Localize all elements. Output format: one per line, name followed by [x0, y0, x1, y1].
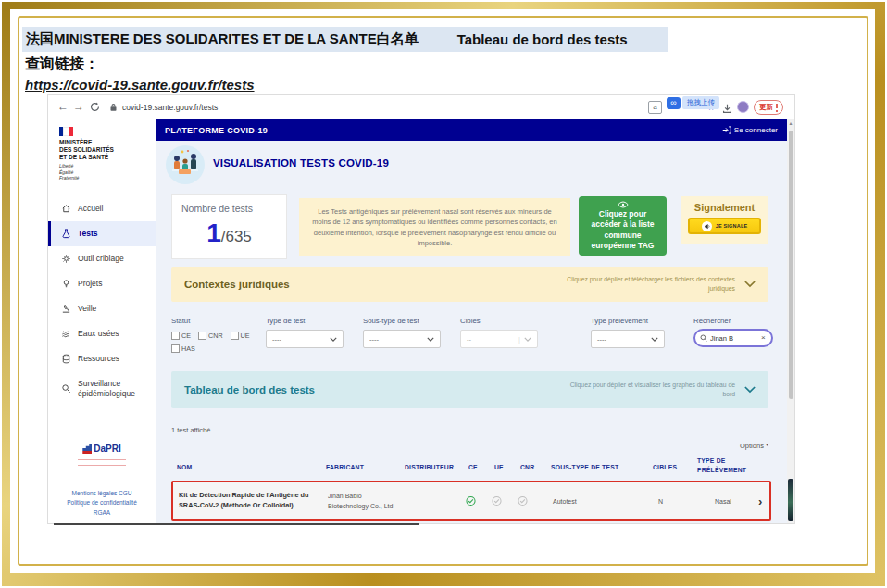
reload-icon[interactable]	[90, 102, 100, 112]
megaphone-icon	[702, 221, 712, 231]
cibles-combo[interactable]: -- |	[460, 330, 538, 348]
ue-check-icon	[492, 496, 502, 507]
home-icon	[61, 204, 71, 214]
signalement-card: Signalement JE SIGNALE	[681, 196, 768, 244]
microscope-icon	[61, 304, 71, 314]
se-connecter-button[interactable]: Se connecter	[722, 126, 778, 134]
page-scrollbar[interactable]: ▲	[787, 119, 794, 523]
row-type-prelevement: Nasal	[715, 498, 731, 505]
update-label: 更新	[759, 103, 773, 112]
statut-checkbox-row2: HAS	[171, 344, 195, 353]
browser-update-button[interactable]: 更新	[754, 100, 783, 115]
sidebar-item-surveillance[interactable]: Surveillance épidémiologique	[48, 371, 156, 407]
back-icon[interactable]: ←	[57, 101, 69, 112]
chevron-down-icon	[651, 337, 658, 342]
col-ue: UE	[494, 464, 504, 470]
sidebar-item-label: Eaux usées	[78, 329, 119, 338]
scroll-up-icon[interactable]: ▲	[787, 120, 794, 126]
checkbox-ue[interactable]: UE	[231, 332, 250, 340]
ministry-motto: Liberté Égalité Fraternité	[59, 163, 156, 181]
chevron-down-icon[interactable]	[744, 281, 756, 288]
clear-search-icon[interactable]: ×	[761, 334, 766, 342]
col-distributeur: DISTRIBUTEUR	[405, 464, 454, 470]
chevron-down-icon	[524, 337, 531, 342]
checkbox-box[interactable]	[198, 332, 206, 340]
sous-type-label: Sous-type de test	[363, 317, 419, 325]
je-signale-button[interactable]: JE SIGNALE	[688, 218, 761, 234]
checkbox-box[interactable]	[171, 344, 180, 353]
scrollbar-thumb[interactable]	[789, 131, 793, 399]
login-arrow-icon	[722, 126, 731, 134]
checkbox-box[interactable]	[171, 332, 180, 340]
dapri-logo: DaPRI	[48, 441, 156, 466]
checkbox-box[interactable]	[231, 332, 239, 340]
screenshot-bottom-edge	[54, 523, 419, 525]
link-mentions-legales[interactable]: Mentions légales CGU	[48, 489, 156, 498]
result-row-highlighted[interactable]: Kit de Détection Rapide de l'Antigène du…	[171, 481, 771, 521]
team-illustration	[165, 144, 206, 185]
site-sidebar: MINISTÈRE DES SOLIDARITÉS ET DE LA SANTÉ…	[48, 119, 156, 523]
dashboard-banner[interactable]: Tableau de bord des tests Cliquez pour d…	[171, 371, 768, 408]
chevron-down-icon	[330, 337, 337, 342]
type-test-select[interactable]: ----	[266, 330, 344, 348]
ministry-name: MINISTÈRE DES SOLIDARITÉS ET DE LA SANTÉ	[59, 139, 156, 161]
checkbox-has[interactable]: HAS	[171, 344, 195, 353]
upload-tooltip-label: 拖拽上传	[682, 96, 719, 109]
count-card: Nombre de tests 1/635	[171, 194, 287, 259]
checkbox-cnr[interactable]: CNR	[198, 332, 223, 340]
query-link-url[interactable]: https://covid-19.sante.gouv.fr/tests	[25, 77, 255, 93]
statut-checkbox-row: CE CNR UE	[171, 332, 250, 340]
ce-check-icon	[466, 496, 476, 507]
sidebar-item-tests[interactable]: Tests	[48, 221, 156, 246]
chevron-down-icon[interactable]	[744, 386, 756, 394]
sidebar-item-eaux-usees[interactable]: Eaux usées	[48, 321, 156, 346]
dashboard-title: Tableau de bord des tests	[184, 384, 315, 395]
type-prelevement-select[interactable]: ----	[591, 330, 665, 348]
search-input[interactable]	[710, 334, 758, 343]
sidebar-item-label: Projets	[78, 279, 102, 288]
cibles-label: Cibles	[460, 317, 481, 325]
browser-toolbar: ← → covid-19.sante.gouv.fr/tests a ∞ 拖拽上…	[48, 95, 794, 120]
link-confidentialite[interactable]: Politique de confidentialité	[48, 498, 156, 507]
sidebar-item-outil-criblage[interactable]: Outil criblage	[48, 246, 156, 271]
cnr-check-icon	[518, 496, 528, 507]
checkbox-ce[interactable]: CE	[171, 332, 191, 340]
sidebar-item-label: Outil criblage	[78, 254, 124, 263]
contextes-hint: Cliquez pour déplier et télécharger les …	[559, 275, 735, 294]
contextes-title: Contextes juridiques	[184, 279, 290, 290]
menu-dots-icon[interactable]	[776, 104, 778, 112]
lightbulb-icon	[61, 279, 71, 289]
forward-icon[interactable]: →	[73, 101, 84, 112]
antigen-info-box: Les Tests antigéniques sur prélèvement n…	[299, 198, 570, 256]
col-fabricant: FABRICANT	[326, 464, 364, 470]
row-chevron-right-icon[interactable]: ›	[758, 494, 762, 508]
search-box[interactable]: ×	[693, 329, 773, 347]
flask-icon	[61, 229, 71, 239]
contextes-juridiques-banner[interactable]: Contextes juridiques Cliquez pour déplie…	[171, 267, 768, 302]
tag-list-button-label: Cliquez pour accéder à la liste commune …	[591, 209, 654, 250]
netdisk-badge-icon[interactable]: ∞	[667, 97, 681, 109]
row-nom: Kit de Détection Rapide de l'Antigène du…	[179, 491, 319, 510]
url-text[interactable]: covid-19.sante.gouv.fr/tests	[122, 103, 218, 112]
dapri-caption-lines	[78, 459, 126, 466]
slide-title-right: Tableau de bord des tests	[457, 31, 628, 47]
tag-list-button[interactable]: Cliquez pour accéder à la liste commune …	[579, 196, 667, 256]
options-dropdown[interactable]: Options ▾	[171, 441, 768, 450]
download-icon[interactable]	[722, 104, 732, 114]
sidebar-item-ressources[interactable]: Ressources	[48, 346, 156, 371]
sidebar-item-projets[interactable]: Projets	[48, 271, 156, 296]
sidebar-item-veille[interactable]: Veille	[48, 296, 156, 321]
count-card-label: Nombre de tests	[181, 203, 277, 214]
link-rgaa[interactable]: RGAA	[48, 508, 156, 518]
sous-type-select[interactable]: ----	[363, 330, 441, 348]
row-sous-type: Autotest	[553, 498, 577, 505]
browser-window: ← → covid-19.sante.gouv.fr/tests a ∞ 拖拽上…	[48, 95, 794, 523]
sidebar-item-accueil[interactable]: Accueil	[48, 196, 156, 221]
scrollbar-thumb-dark[interactable]	[788, 479, 793, 521]
profile-avatar[interactable]	[737, 101, 749, 113]
lock-icon	[109, 103, 118, 112]
row-fabricant: Jinan Babio Biotechnology Co., Ltd	[328, 492, 396, 511]
chevron-down-icon	[427, 337, 434, 342]
translate-icon[interactable]: a	[648, 101, 662, 114]
table-header-row: NOM FABRICANT DISTRIBUTEUR CE UE CNR SOU…	[171, 456, 771, 480]
